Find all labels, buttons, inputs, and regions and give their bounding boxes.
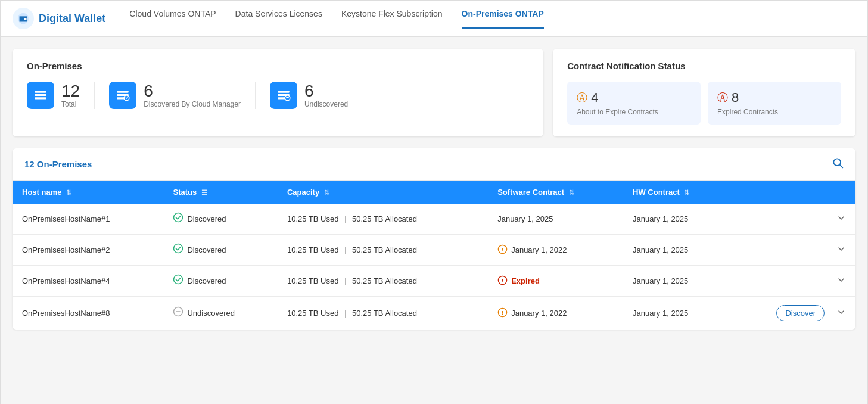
cell-software-contract: !January 1, 2022 [488,297,623,330]
header: Digital Wallet Cloud Volumes ONTAP Data … [1,1,867,37]
cell-capacity: 10.25 TB Used | 50.25 TB Allocated [278,235,488,266]
svg-rect-1 [24,18,27,20]
about-to-expire-card: Ⓐ 4 About to Expire Contracts [567,82,701,125]
svg-point-19 [174,275,183,284]
col-actions [730,181,855,204]
total-label: Total [61,100,80,108]
sort-hw-icon[interactable]: ⇅ [684,189,689,197]
cell-hostname: OnPremisesHostName#4 [13,266,163,297]
table-section: 12 On-Premises Host name ⇅ Status [13,148,855,330]
stats-row: 12 Total [27,82,529,109]
discovered-status-icon [173,212,183,226]
cell-actions: Discover [730,297,855,330]
cell-status: Undiscovered [163,297,277,330]
cell-actions [730,204,855,235]
undiscovered-stack-icon [276,88,291,103]
table-header-row: 12 On-Premises [13,148,855,181]
expired-header: Ⓐ 8 [717,90,832,105]
contract-cards: Ⓐ 4 About to Expire Contracts Ⓐ 8 Expire… [567,82,841,125]
expired-label: Expired Contrancts [717,108,832,116]
logo-area: Digital Wallet [13,8,105,29]
count-text: On-Premises [37,159,92,169]
stat-undiscovered-text: 6 Undiscovered [304,82,348,109]
cell-software-contract: !Expired [488,266,623,297]
stat-total-text: 12 Total [61,82,80,109]
cell-software-contract: !January 1, 2022 [488,235,623,266]
cell-status: Discovered [163,204,277,235]
undiscovered-count: 6 [304,82,348,101]
row-expand-icon[interactable] [836,307,846,319]
status-text: Discovered [187,276,226,285]
discovered-status-icon [173,274,183,288]
app-container: Digital Wallet Cloud Volumes ONTAP Data … [0,0,868,404]
stat-discovered: 6 Discovered By Cloud Manager [109,82,256,109]
capacity-used: 10.25 TB Used [287,215,338,223]
svg-rect-4 [35,97,46,99]
capacity-separator: | [342,309,349,318]
capacity-allocated: 50.25 TB Allocated [352,245,417,254]
warn-contract-icon: ! [497,307,508,319]
app-title: Digital Wallet [39,13,105,25]
expired-card: Ⓐ 8 Expired Contrancts [708,82,841,125]
wallet-icon [17,12,30,25]
data-table: Host name ⇅ Status ☰ Capacity ⇅ Softwa [13,181,855,330]
capacity-separator: | [342,245,349,254]
row-expand-icon[interactable] [836,244,846,256]
sort-software-icon[interactable]: ⇅ [569,189,574,197]
capacity-used: 10.25 TB Used [287,276,338,285]
count-number: 12 [24,159,35,169]
software-contract-date: January 1, 2025 [497,215,553,223]
capacity-used: 10.25 TB Used [287,309,338,318]
status-text: Discovered [187,215,226,223]
status-text: Discovered [187,245,226,254]
expired-contract-text: Expired [511,276,540,285]
table-count-label: 12 On-Premises [24,159,92,169]
contract-panel-title: Contract Notification Status [567,61,841,71]
sort-hostname-icon[interactable]: ⇅ [66,189,71,197]
tab-cloud-volumes[interactable]: Cloud Volumes ONTAP [129,9,216,29]
undiscovered-label: Undiscovered [304,100,348,108]
svg-point-15 [174,213,183,222]
capacity-separator: | [342,276,349,285]
row-expand-icon[interactable] [836,213,846,225]
cell-hostname: OnPremisesHostName#1 [13,204,163,235]
total-count: 12 [61,82,80,101]
stat-undiscovered: 6 Undiscovered [270,82,362,109]
col-software-contract: Software Contract ⇅ [488,181,623,204]
sort-capacity-icon[interactable]: ⇅ [324,189,329,197]
capacity-allocated: 50.25 TB Allocated [352,215,417,223]
capacity-separator: | [342,215,349,223]
cell-actions [730,235,855,266]
main-content: On-Premises 12 Total [1,37,867,404]
cell-status: Discovered [163,266,277,297]
software-contract-date: January 1, 2022 [511,245,567,254]
cell-hostname: OnPremisesHostName#2 [13,235,163,266]
filter-status-icon[interactable]: ☰ [201,189,207,197]
discovered-stack-icon [115,88,130,103]
table-row: OnPremisesHostName#1Discovered10.25 TB U… [13,204,855,235]
cell-hw-contract: January 1, 2025 [623,204,730,235]
cell-capacity: 10.25 TB Used | 50.25 TB Allocated [278,266,488,297]
cell-hw-contract: January 1, 2025 [623,297,730,330]
tab-data-services[interactable]: Data Services Licenses [235,9,322,29]
svg-text:!: ! [502,277,503,283]
tab-keystone[interactable]: Keystone Flex Subscription [341,9,443,29]
cell-actions [730,266,855,297]
top-panels: On-Premises 12 Total [13,49,855,136]
tab-on-premises[interactable]: On-Premises ONTAP [462,9,544,29]
on-premises-title: On-Premises [27,61,529,71]
total-icon [27,82,54,109]
col-status: Status ☰ [163,181,277,204]
logo-icon [13,8,34,29]
row-expand-icon[interactable] [836,275,846,287]
svg-line-14 [840,165,843,168]
contract-panel: Contract Notification Status Ⓐ 4 About t… [553,49,855,136]
capacity-used: 10.25 TB Used [287,245,338,254]
software-contract-date: January 1, 2022 [511,309,567,318]
svg-text:!: ! [502,309,503,315]
search-button[interactable] [832,157,844,172]
discovered-label: Discovered By Cloud Manager [144,100,241,108]
cell-software-contract: January 1, 2025 [488,204,623,235]
on-premises-panel: On-Premises 12 Total [13,49,543,136]
discover-button[interactable]: Discover [776,305,825,321]
